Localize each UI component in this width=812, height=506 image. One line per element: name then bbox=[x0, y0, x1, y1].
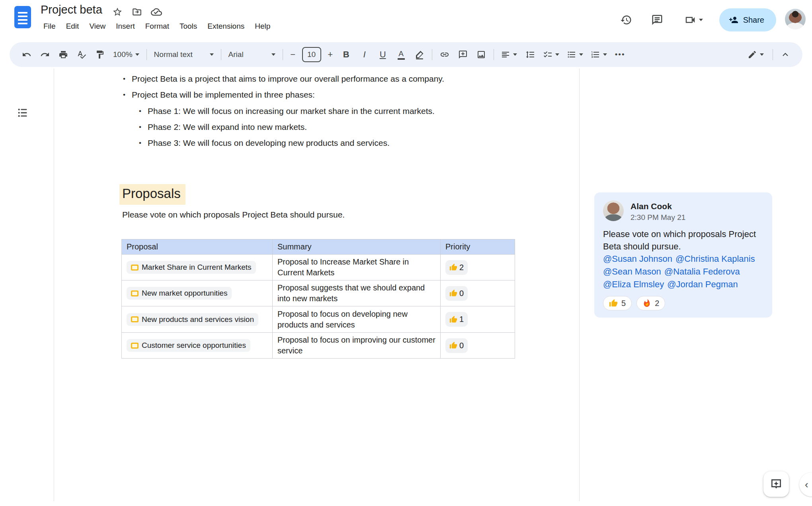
doc-sub-bullet-1[interactable]: •Phase 1: We will focus on increasing ou… bbox=[139, 106, 435, 116]
print-button[interactable] bbox=[54, 45, 72, 64]
thumbs-up-icon bbox=[449, 341, 457, 349]
zoom-select[interactable]: 100% bbox=[109, 45, 143, 64]
version-history-icon[interactable] bbox=[615, 9, 637, 31]
mention-link[interactable]: @Christina Kaplanis bbox=[675, 254, 755, 264]
doc-sub-bullet-2[interactable]: •Phase 2: We will expand into new market… bbox=[139, 122, 307, 132]
proposal-chip-icon bbox=[131, 316, 139, 322]
docs-logo-icon[interactable] bbox=[14, 6, 31, 28]
more-options-button[interactable]: ••• bbox=[611, 45, 629, 64]
call-dropdown-caret[interactable] bbox=[699, 19, 703, 21]
insert-link-button[interactable] bbox=[435, 45, 454, 64]
fire-icon bbox=[642, 299, 651, 308]
proposal-chip[interactable]: Customer service opportunities bbox=[127, 339, 250, 352]
text-color-button[interactable]: A bbox=[392, 45, 410, 64]
font-family-select[interactable]: Arial bbox=[224, 45, 279, 64]
thumbs-up-reaction[interactable]: 5 bbox=[603, 296, 632, 310]
menu-insert[interactable]: Insert bbox=[111, 21, 140, 32]
menu-help[interactable]: Help bbox=[250, 21, 275, 32]
proposal-chip[interactable]: New market opportunities bbox=[127, 287, 232, 300]
doc-bullet-2[interactable]: •Project Beta will be implemented in thr… bbox=[123, 89, 315, 100]
proposal-chip-icon bbox=[131, 265, 139, 271]
join-call-button[interactable] bbox=[677, 9, 710, 31]
line-spacing-button[interactable] bbox=[521, 45, 539, 64]
doc-sub-bullet-3[interactable]: •Phase 3: We will focus on developing ne… bbox=[139, 137, 390, 148]
collapse-panel-button[interactable]: ‹ bbox=[799, 473, 812, 496]
insert-image-button[interactable] bbox=[472, 45, 490, 64]
account-avatar[interactable] bbox=[785, 9, 806, 29]
intro-paragraph[interactable]: Please vote on which proposals Project B… bbox=[122, 210, 345, 220]
comment-body: Please vote on which proposals Project B… bbox=[603, 228, 763, 253]
hide-menus-button[interactable] bbox=[776, 45, 794, 64]
comments-icon[interactable] bbox=[646, 9, 668, 31]
mention-link[interactable]: @Sean Mason bbox=[603, 267, 661, 277]
col-header-priority[interactable]: Priority bbox=[441, 239, 515, 255]
page-right-edge bbox=[579, 69, 580, 501]
vote-pill[interactable]: 2 bbox=[445, 260, 468, 275]
menu-file[interactable]: File bbox=[38, 21, 61, 32]
highlight-color-button[interactable] bbox=[410, 45, 429, 64]
thumbs-up-icon bbox=[449, 316, 457, 324]
comment-card[interactable]: Alan Cook 2:30 PM May 21 Please vote on … bbox=[594, 192, 772, 318]
chevron-left-icon: ‹ bbox=[805, 479, 808, 491]
mention-link[interactable]: @Eliza Elmsley bbox=[603, 279, 664, 289]
mention-link[interactable]: @Natalia Federova bbox=[664, 267, 740, 277]
menu-view[interactable]: View bbox=[84, 21, 111, 32]
menu-extensions[interactable]: Extensions bbox=[202, 21, 250, 32]
proposals-table: Proposal Summary Priority Market Share i… bbox=[121, 239, 515, 359]
proposal-chip[interactable]: Market Share in Current Markets bbox=[127, 261, 256, 274]
paragraph-style-select[interactable]: Normal text bbox=[150, 45, 218, 64]
italic-button[interactable]: I bbox=[355, 45, 374, 64]
gemini-ask-button[interactable] bbox=[763, 471, 789, 497]
menu-bar: File Edit View Insert Format Tools Exten… bbox=[38, 21, 275, 32]
menu-edit[interactable]: Edit bbox=[61, 21, 84, 32]
mention-link[interactable]: @Susan Johnson bbox=[603, 254, 672, 264]
star-icon[interactable] bbox=[112, 6, 123, 18]
bulleted-list-button[interactable] bbox=[563, 45, 587, 64]
proposal-chip[interactable]: New products and services vision bbox=[127, 313, 258, 326]
checklist-button[interactable] bbox=[539, 45, 563, 64]
increase-font-size-button[interactable]: + bbox=[324, 45, 337, 64]
add-comment-button[interactable] bbox=[454, 45, 472, 64]
decrease-font-size-button[interactable]: − bbox=[286, 45, 300, 64]
vote-pill[interactable]: 0 bbox=[445, 286, 468, 301]
comment-author-name: Alan Cook bbox=[630, 202, 685, 211]
thumbs-up-icon bbox=[449, 263, 457, 271]
undo-button[interactable] bbox=[18, 45, 36, 64]
align-button[interactable] bbox=[497, 45, 521, 64]
vote-pill[interactable]: 0 bbox=[445, 338, 468, 353]
mention-link[interactable]: @Jordan Pegman bbox=[667, 279, 738, 289]
document-title[interactable]: Project beta bbox=[41, 3, 102, 16]
google-docs-window: Project beta File Edit View Insert Forma… bbox=[0, 0, 812, 506]
cloud-saved-icon[interactable] bbox=[151, 6, 162, 18]
table-row: Customer service opportunities Proposal … bbox=[122, 333, 515, 359]
document-outline-icon[interactable] bbox=[16, 106, 29, 120]
comment-timestamp: 2:30 PM May 21 bbox=[630, 213, 685, 222]
bold-button[interactable]: B bbox=[337, 45, 355, 64]
editing-mode-button[interactable] bbox=[742, 45, 769, 64]
vote-pill[interactable]: 1 bbox=[445, 312, 468, 327]
summary-cell[interactable]: Proposal to focus on improving our custo… bbox=[273, 333, 441, 359]
move-to-folder-icon[interactable] bbox=[131, 6, 142, 18]
table-row: New market opportunities Proposal sugges… bbox=[122, 280, 515, 306]
col-header-proposal[interactable]: Proposal bbox=[122, 239, 273, 255]
formatting-toolbar: 100% Normal text Arial − 10 + B I U A bbox=[10, 42, 802, 67]
fire-reaction[interactable]: 2 bbox=[636, 296, 665, 310]
share-label: Share bbox=[743, 16, 764, 25]
font-size-input[interactable]: 10 bbox=[302, 47, 321, 62]
summary-cell[interactable]: Proposal to focus on developing new prod… bbox=[273, 306, 441, 333]
table-header-row: Proposal Summary Priority bbox=[122, 239, 515, 255]
redo-button[interactable] bbox=[36, 45, 54, 64]
comment-mentions: @Susan Johnson@Christina Kaplanis @Sean … bbox=[603, 253, 763, 291]
numbered-list-button[interactable] bbox=[587, 45, 611, 64]
menu-format[interactable]: Format bbox=[140, 21, 174, 32]
heading-comment-highlight[interactable]: Proposals bbox=[119, 184, 185, 205]
underline-button[interactable]: U bbox=[374, 45, 392, 64]
summary-cell[interactable]: Proposal suggests that we should expand … bbox=[273, 280, 441, 306]
summary-cell[interactable]: Proposal to Increase Market Share in Cur… bbox=[273, 255, 441, 280]
doc-bullet-1[interactable]: •Project Beta is a project that aims to … bbox=[123, 73, 444, 84]
paint-format-button[interactable] bbox=[91, 45, 109, 64]
col-header-summary[interactable]: Summary bbox=[273, 239, 441, 255]
menu-tools[interactable]: Tools bbox=[174, 21, 202, 32]
share-button[interactable]: Share bbox=[719, 8, 776, 31]
spellcheck-button[interactable] bbox=[72, 45, 91, 64]
